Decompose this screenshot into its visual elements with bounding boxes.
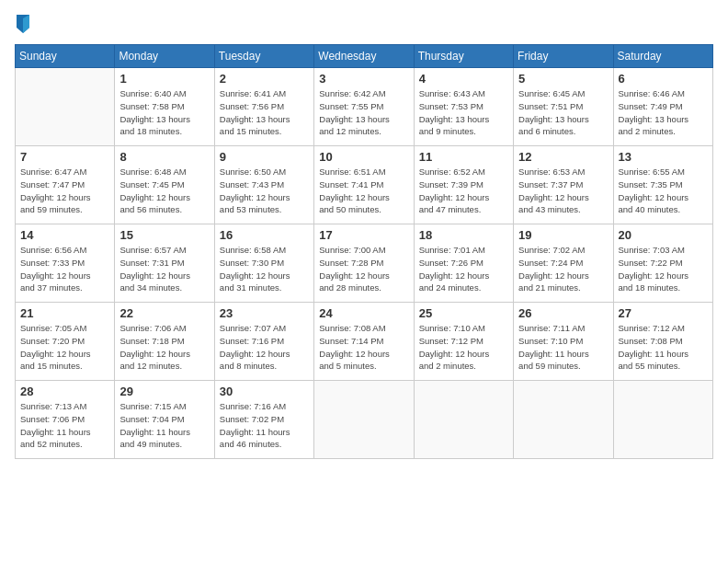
page-header — [15, 15, 713, 33]
day-info: Sunrise: 6:57 AM Sunset: 7:31 PM Dayligh… — [119, 244, 209, 294]
calendar-table: SundayMondayTuesdayWednesdayThursdayFrid… — [15, 44, 713, 459]
calendar-cell: 5Sunrise: 6:45 AM Sunset: 7:51 PM Daylig… — [514, 68, 613, 146]
day-info: Sunrise: 7:06 AM Sunset: 7:18 PM Dayligh… — [119, 322, 209, 373]
day-info: Sunrise: 6:41 AM Sunset: 7:56 PM Dayligh… — [220, 87, 309, 138]
day-info: Sunrise: 7:00 AM Sunset: 7:28 PM Dayligh… — [319, 244, 408, 294]
day-of-week-header: Wednesday — [314, 45, 414, 68]
day-info: Sunrise: 7:01 AM Sunset: 7:26 PM Dayligh… — [419, 244, 508, 294]
calendar-cell: 10Sunrise: 6:51 AM Sunset: 7:41 PM Dayli… — [314, 146, 414, 224]
day-number: 15 — [119, 228, 209, 242]
calendar-cell — [16, 68, 115, 146]
calendar-cell — [414, 381, 513, 459]
calendar-cell: 28Sunrise: 7:13 AM Sunset: 7:06 PM Dayli… — [16, 381, 115, 459]
calendar-cell: 17Sunrise: 7:00 AM Sunset: 7:28 PM Dayli… — [314, 224, 414, 303]
day-number: 12 — [518, 150, 608, 164]
day-info: Sunrise: 7:12 AM Sunset: 7:08 PM Dayligh… — [619, 322, 708, 373]
day-number: 26 — [518, 306, 608, 320]
day-info: Sunrise: 6:45 AM Sunset: 7:51 PM Dayligh… — [518, 87, 608, 138]
calendar-cell: 1Sunrise: 6:40 AM Sunset: 7:58 PM Daylig… — [115, 68, 214, 146]
day-info: Sunrise: 7:05 AM Sunset: 7:20 PM Dayligh… — [20, 322, 109, 373]
day-info: Sunrise: 6:47 AM Sunset: 7:47 PM Dayligh… — [20, 166, 109, 216]
calendar-cell: 22Sunrise: 7:06 AM Sunset: 7:18 PM Dayli… — [115, 303, 214, 381]
day-number: 5 — [518, 72, 608, 86]
calendar-cell: 6Sunrise: 6:46 AM Sunset: 7:49 PM Daylig… — [613, 68, 712, 146]
calendar-cell: 16Sunrise: 6:58 AM Sunset: 7:30 PM Dayli… — [214, 224, 313, 303]
calendar-cell: 7Sunrise: 6:47 AM Sunset: 7:47 PM Daylig… — [16, 146, 115, 224]
day-of-week-header: Thursday — [414, 45, 513, 68]
day-number: 17 — [319, 228, 408, 242]
day-number: 8 — [119, 150, 209, 164]
calendar-cell: 30Sunrise: 7:16 AM Sunset: 7:02 PM Dayli… — [214, 381, 313, 459]
day-number: 10 — [319, 150, 408, 164]
day-number: 2 — [220, 72, 309, 86]
calendar-cell: 20Sunrise: 7:03 AM Sunset: 7:22 PM Dayli… — [613, 224, 712, 303]
day-number: 7 — [20, 150, 109, 164]
day-of-week-header: Monday — [115, 45, 214, 68]
day-info: Sunrise: 6:53 AM Sunset: 7:37 PM Dayligh… — [518, 166, 608, 216]
day-number: 28 — [20, 385, 109, 398]
calendar-week-row: 28Sunrise: 7:13 AM Sunset: 7:06 PM Dayli… — [16, 381, 713, 459]
logo — [15, 15, 31, 33]
day-info: Sunrise: 6:48 AM Sunset: 7:45 PM Dayligh… — [119, 166, 209, 216]
day-number: 21 — [20, 306, 109, 320]
calendar-header-row: SundayMondayTuesdayWednesdayThursdayFrid… — [16, 45, 713, 68]
calendar-cell: 2Sunrise: 6:41 AM Sunset: 7:56 PM Daylig… — [214, 68, 313, 146]
day-of-week-header: Friday — [514, 45, 613, 68]
calendar-cell: 3Sunrise: 6:42 AM Sunset: 7:55 PM Daylig… — [314, 68, 414, 146]
day-number: 20 — [619, 228, 708, 242]
day-number: 1 — [119, 72, 209, 86]
day-number: 14 — [20, 228, 109, 242]
calendar-cell — [314, 381, 414, 459]
day-number: 13 — [619, 150, 708, 164]
day-info: Sunrise: 7:13 AM Sunset: 7:06 PM Dayligh… — [20, 400, 109, 451]
day-number: 29 — [119, 385, 209, 398]
calendar-cell — [613, 381, 712, 459]
day-number: 6 — [619, 72, 708, 86]
day-number: 16 — [220, 228, 309, 242]
day-number: 4 — [419, 72, 508, 86]
day-info: Sunrise: 7:16 AM Sunset: 7:02 PM Dayligh… — [220, 400, 309, 451]
day-info: Sunrise: 7:03 AM Sunset: 7:22 PM Dayligh… — [619, 244, 708, 294]
calendar-week-row: 1Sunrise: 6:40 AM Sunset: 7:58 PM Daylig… — [16, 68, 713, 146]
day-number: 18 — [419, 228, 508, 242]
day-info: Sunrise: 6:56 AM Sunset: 7:33 PM Dayligh… — [20, 244, 109, 294]
day-info: Sunrise: 7:07 AM Sunset: 7:16 PM Dayligh… — [220, 322, 309, 373]
day-number: 30 — [220, 385, 309, 398]
calendar-cell: 9Sunrise: 6:50 AM Sunset: 7:43 PM Daylig… — [214, 146, 313, 224]
logo-icon — [17, 15, 29, 33]
calendar-cell: 13Sunrise: 6:55 AM Sunset: 7:35 PM Dayli… — [613, 146, 712, 224]
day-info: Sunrise: 7:02 AM Sunset: 7:24 PM Dayligh… — [518, 244, 608, 294]
calendar-cell: 24Sunrise: 7:08 AM Sunset: 7:14 PM Dayli… — [314, 303, 414, 381]
day-number: 3 — [319, 72, 408, 86]
day-info: Sunrise: 6:55 AM Sunset: 7:35 PM Dayligh… — [619, 166, 708, 216]
calendar-cell: 11Sunrise: 6:52 AM Sunset: 7:39 PM Dayli… — [414, 146, 513, 224]
calendar-cell: 26Sunrise: 7:11 AM Sunset: 7:10 PM Dayli… — [514, 303, 613, 381]
calendar-cell: 29Sunrise: 7:15 AM Sunset: 7:04 PM Dayli… — [115, 381, 214, 459]
day-of-week-header: Sunday — [16, 45, 115, 68]
day-number: 27 — [619, 306, 708, 320]
calendar-week-row: 7Sunrise: 6:47 AM Sunset: 7:47 PM Daylig… — [16, 146, 713, 224]
day-info: Sunrise: 6:50 AM Sunset: 7:43 PM Dayligh… — [220, 166, 309, 216]
day-info: Sunrise: 6:46 AM Sunset: 7:49 PM Dayligh… — [619, 87, 708, 138]
day-info: Sunrise: 6:40 AM Sunset: 7:58 PM Dayligh… — [119, 87, 209, 138]
day-info: Sunrise: 7:11 AM Sunset: 7:10 PM Dayligh… — [518, 322, 608, 373]
day-info: Sunrise: 6:51 AM Sunset: 7:41 PM Dayligh… — [319, 166, 408, 216]
calendar-cell: 27Sunrise: 7:12 AM Sunset: 7:08 PM Dayli… — [613, 303, 712, 381]
calendar-cell: 18Sunrise: 7:01 AM Sunset: 7:26 PM Dayli… — [414, 224, 513, 303]
day-info: Sunrise: 6:43 AM Sunset: 7:53 PM Dayligh… — [419, 87, 508, 138]
calendar-week-row: 14Sunrise: 6:56 AM Sunset: 7:33 PM Dayli… — [16, 224, 713, 303]
day-info: Sunrise: 7:15 AM Sunset: 7:04 PM Dayligh… — [119, 400, 209, 451]
day-info: Sunrise: 6:52 AM Sunset: 7:39 PM Dayligh… — [419, 166, 508, 216]
calendar-cell: 4Sunrise: 6:43 AM Sunset: 7:53 PM Daylig… — [414, 68, 513, 146]
calendar-cell: 14Sunrise: 6:56 AM Sunset: 7:33 PM Dayli… — [16, 224, 115, 303]
calendar-cell: 21Sunrise: 7:05 AM Sunset: 7:20 PM Dayli… — [16, 303, 115, 381]
day-of-week-header: Saturday — [613, 45, 712, 68]
calendar-week-row: 21Sunrise: 7:05 AM Sunset: 7:20 PM Dayli… — [16, 303, 713, 381]
day-of-week-header: Tuesday — [214, 45, 313, 68]
calendar-cell: 15Sunrise: 6:57 AM Sunset: 7:31 PM Dayli… — [115, 224, 214, 303]
day-number: 11 — [419, 150, 508, 164]
day-info: Sunrise: 6:42 AM Sunset: 7:55 PM Dayligh… — [319, 87, 408, 138]
calendar-cell — [514, 381, 613, 459]
day-number: 23 — [220, 306, 309, 320]
calendar-cell: 23Sunrise: 7:07 AM Sunset: 7:16 PM Dayli… — [214, 303, 313, 381]
